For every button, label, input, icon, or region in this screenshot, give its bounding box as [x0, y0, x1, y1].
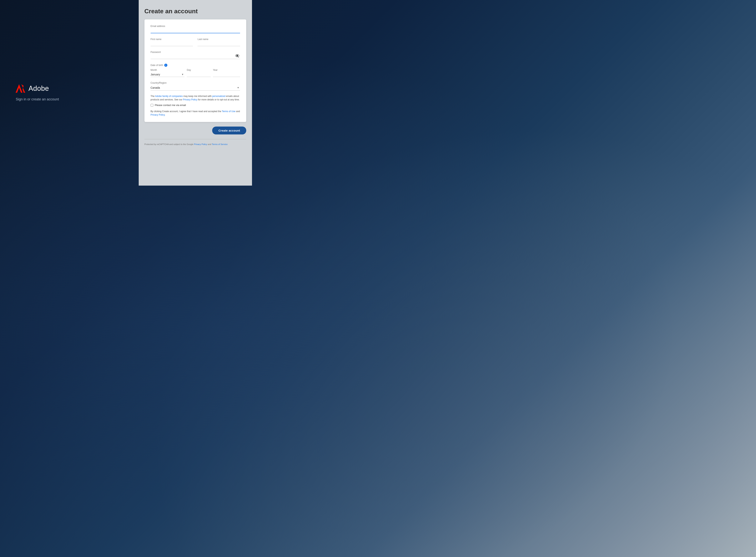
month-select-wrapper: January February March April May June Ju…: [151, 72, 185, 77]
form-card: Email address First name Last name Passw…: [144, 20, 246, 122]
adobe-icon: [16, 84, 25, 93]
recaptcha-text: Protected by reCAPTCHA and subject to th…: [144, 139, 246, 146]
email-label: Email address: [151, 25, 240, 28]
first-name-label: First name: [151, 38, 193, 40]
consent-text-2: may keep me informed with: [183, 95, 212, 97]
first-name-input[interactable]: [151, 41, 193, 46]
month-sublabel: Month: [151, 69, 185, 71]
email-group: Email address: [151, 25, 240, 33]
privacy-policy-link-2[interactable]: Privacy Policy.: [151, 114, 166, 116]
terms-of-use-link[interactable]: Terms of Use: [222, 110, 235, 113]
country-select[interactable]: Canada United States United Kingdom Aust…: [151, 85, 240, 90]
recaptcha-privacy-link[interactable]: Privacy Policy: [194, 143, 207, 145]
password-group: Password 👁‍🗨: [151, 51, 240, 59]
adobe-family-link[interactable]: Adobe family of companies: [155, 95, 183, 97]
day-col: Day: [187, 69, 211, 77]
consent-text-4: for more details or to opt-out at any ti…: [197, 98, 239, 101]
day-input[interactable]: [187, 72, 211, 77]
toggle-password-icon[interactable]: 👁‍🗨: [235, 54, 239, 58]
year-input[interactable]: [213, 72, 240, 77]
last-name-input[interactable]: [198, 41, 240, 46]
svg-marker-0: [16, 84, 23, 93]
checkbox-label: Please contact me via email: [155, 104, 186, 107]
recaptcha-text-1: Protected by reCAPTCHA and subject to th…: [144, 143, 194, 145]
password-input[interactable]: [151, 54, 240, 59]
terms-text: By clicking Create account, I agree that…: [151, 110, 240, 117]
country-group: Country/Region Canada United States Unit…: [151, 82, 240, 91]
create-account-button[interactable]: Create account: [212, 126, 246, 135]
page-title: Create an account: [144, 8, 246, 15]
password-wrapper: 👁‍🗨: [151, 54, 240, 59]
last-name-group: Last name: [198, 38, 240, 46]
consent-text-1: The: [151, 95, 155, 97]
consent-text: The Adobe family of companies may keep m…: [151, 94, 240, 101]
adobe-name-label: Adobe: [28, 84, 49, 92]
right-panel: Create an account Email address First na…: [139, 0, 252, 185]
adobe-logo: Adobe: [16, 84, 49, 93]
day-sublabel: Day: [187, 69, 211, 71]
terms-text-2: and: [235, 110, 240, 113]
password-label: Password: [151, 51, 240, 54]
contact-checkbox[interactable]: [151, 104, 153, 107]
year-sublabel: Year: [213, 69, 240, 71]
dob-label: Date of birth: [151, 64, 163, 66]
dob-info-icon[interactable]: i: [164, 64, 167, 67]
checkbox-row: Please contact me via email: [151, 104, 240, 107]
dob-group: Date of birth i Month January February M…: [151, 64, 240, 77]
month-select[interactable]: January February March April May June Ju…: [151, 72, 185, 77]
personalized-link[interactable]: personalized: [212, 95, 225, 97]
tagline-label: Sign in or create an account: [16, 97, 59, 101]
country-label: Country/Region: [151, 82, 240, 84]
first-name-group: First name: [151, 38, 193, 46]
country-select-wrapper: Canada United States United Kingdom Aust…: [151, 85, 240, 91]
left-panel: Adobe Sign in or create an account: [0, 0, 139, 185]
recaptcha-text-2: and: [207, 143, 212, 145]
name-row: First name Last name: [151, 38, 240, 51]
privacy-policy-link-1[interactable]: Privacy Policy: [183, 98, 197, 101]
year-col: Year: [213, 69, 240, 77]
recaptcha-terms-link[interactable]: Terms of Service: [212, 143, 228, 145]
last-name-label: Last name: [198, 38, 240, 40]
dob-label-row: Date of birth i: [151, 64, 240, 67]
month-col: Month January February March April May J…: [151, 69, 185, 77]
dob-row: Month January February March April May J…: [151, 69, 240, 77]
terms-text-1: By clicking Create account, I agree that…: [151, 110, 222, 113]
email-input[interactable]: [151, 28, 240, 33]
